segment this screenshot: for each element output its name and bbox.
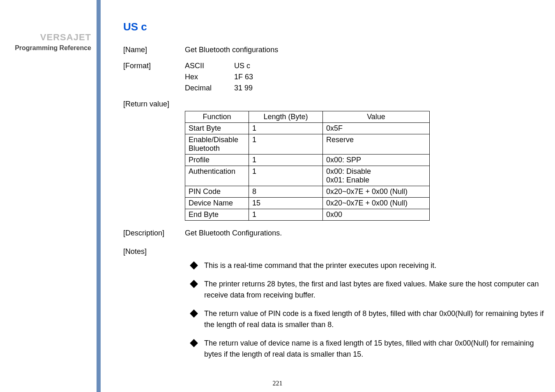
note-text: The return value of PIN code is a fixed … xyxy=(204,308,546,330)
table-row: Start Byte 1 0x5F xyxy=(185,123,430,134)
notes-list: This is a real-time command that the pri… xyxy=(191,260,546,360)
list-item: The printer returns 28 bytes, the first … xyxy=(191,279,546,301)
cell-func: Authentication xyxy=(185,166,249,186)
diamond-icon xyxy=(190,261,198,270)
name-label: [Name] xyxy=(123,46,185,54)
cell-func: Enable/Disable Bluetooth xyxy=(185,134,249,154)
cell-len: 1 xyxy=(249,154,323,166)
cell-func: End Byte xyxy=(185,209,249,221)
cell-func: PIN Code xyxy=(185,186,249,198)
cell-len: 8 xyxy=(249,186,323,198)
main-content: US c [Name] Get Bluetooth configurations… xyxy=(123,21,546,367)
table-row: Enable/Disable Bluetooth 1 Reserve xyxy=(185,134,430,154)
cell-func: Profile xyxy=(185,154,249,166)
list-item: The return value of device name is a fix… xyxy=(191,338,546,360)
cell-len: 1 xyxy=(249,209,323,221)
th-value: Value xyxy=(323,111,430,123)
diamond-icon xyxy=(190,280,198,288)
table-row: PIN Code 8 0x20~0x7E + 0x00 (Null) xyxy=(185,186,430,198)
cell-val: 0x20~0x7E + 0x00 (Null) xyxy=(323,186,430,198)
note-text: The printer returns 28 bytes, the first … xyxy=(204,279,546,301)
description-row: [Description] Get Bluetooth Configuratio… xyxy=(123,229,546,238)
cell-val: Reserve xyxy=(323,134,430,154)
cell-len: 1 xyxy=(249,123,323,134)
sidebar-subtitle: Programming Reference xyxy=(15,44,91,52)
sidebar: VERSAJET Programming Reference xyxy=(0,0,99,392)
th-length: Length (Byte) xyxy=(249,111,323,123)
table-row: Profile 1 0x00: SPP xyxy=(185,154,430,166)
format-val-2: 31 99 xyxy=(234,84,283,92)
cell-val: 0x20~0x7E + 0x00 (Null) xyxy=(323,198,430,209)
table-row: Authentication 1 0x00: Disable 0x01: Ena… xyxy=(185,166,430,186)
table-row: Device Name 15 0x20~0x7E + 0x00 (Null) xyxy=(185,198,430,209)
format-row-0: [Format] ASCII US c xyxy=(123,62,546,70)
cell-val: 0x5F xyxy=(323,123,430,134)
list-item: The return value of PIN code is a fixed … xyxy=(191,308,546,330)
diamond-icon xyxy=(190,309,198,318)
return-value-label: [Return value] xyxy=(123,100,185,108)
cell-val: 0x00 xyxy=(323,209,430,221)
list-item: This is a real-time command that the pri… xyxy=(191,260,546,271)
format-label: [Format] xyxy=(123,62,185,70)
format-val-0: US c xyxy=(234,62,283,70)
name-value: Get Bluetooth configurations xyxy=(185,46,278,54)
format-row-2: Decimal 31 99 xyxy=(123,84,546,92)
format-key-1: Hex xyxy=(185,73,234,81)
cell-val: 0x00: SPP xyxy=(323,154,430,166)
sidebar-stripe xyxy=(97,0,101,392)
notes-label-row: [Notes] xyxy=(123,247,546,256)
command-title: US c xyxy=(123,21,546,33)
description-label: [Description] xyxy=(123,229,185,238)
brand-title: VERSAJET xyxy=(40,32,91,43)
format-key-0: ASCII xyxy=(185,62,234,70)
table-header: Function Length (Byte) Value xyxy=(185,111,430,123)
format-key-2: Decimal xyxy=(185,84,234,92)
note-text: This is a real-time command that the pri… xyxy=(204,260,546,271)
description-value: Get Bluetooth Configurations. xyxy=(185,229,282,238)
return-value-label-row: [Return value] xyxy=(123,100,546,108)
cell-func: Device Name xyxy=(185,198,249,209)
diamond-icon xyxy=(190,339,198,347)
cell-len: 1 xyxy=(249,134,323,154)
return-value-table: Function Length (Byte) Value Start Byte … xyxy=(185,111,430,221)
cell-len: 1 xyxy=(249,166,323,186)
notes-label: [Notes] xyxy=(123,247,185,256)
table-row: End Byte 1 0x00 xyxy=(185,209,430,221)
page-number: 221 xyxy=(0,380,555,387)
name-row: [Name] Get Bluetooth configurations xyxy=(123,46,546,54)
th-function: Function xyxy=(185,111,249,123)
format-row-1: Hex 1F 63 xyxy=(123,73,546,81)
cell-func: Start Byte xyxy=(185,123,249,134)
cell-val: 0x00: Disable 0x01: Enable xyxy=(323,166,430,186)
format-val-1: 1F 63 xyxy=(234,73,283,81)
cell-len: 15 xyxy=(249,198,323,209)
note-text: The return value of device name is a fix… xyxy=(204,338,546,360)
